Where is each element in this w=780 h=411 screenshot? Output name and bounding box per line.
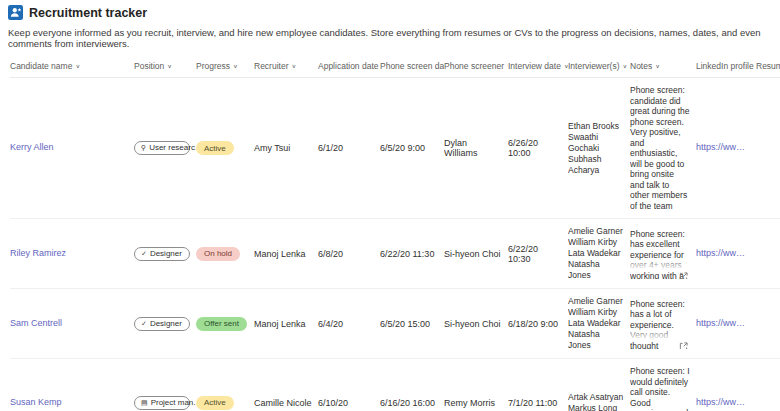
- column-header-label: Notes: [630, 61, 652, 71]
- table-row[interactable]: Kerry Allen ⚲ User researc... Active Amy…: [10, 78, 780, 219]
- progress-pill: On hold: [196, 247, 240, 261]
- phone-screen-date-cell: 6/5/20 15:00: [380, 319, 444, 329]
- recruiter-cell: Camille Nicole: [254, 398, 318, 408]
- notes-text: Phone screen: candidate did great during…: [630, 85, 690, 211]
- column-header-label: Position: [134, 61, 164, 71]
- candidate-link[interactable]: Kerry Allen: [10, 142, 54, 152]
- candidate-name-cell: Susan Kemp: [10, 397, 134, 409]
- phone-screener-cell: Remy Morris: [444, 398, 508, 408]
- interview-date-cell: 6/18/20 9:00: [508, 319, 568, 329]
- position-cell: ✓ Designer: [134, 247, 196, 261]
- clipboard-icon: ▤: [141, 399, 148, 406]
- linkedin-link[interactable]: https://www.linkedi...: [696, 397, 750, 407]
- recruiter-cell: Manoj Lenka: [254, 319, 318, 329]
- notes-fade: [630, 258, 690, 270]
- recruiter-cell: Manoj Lenka: [254, 249, 318, 259]
- chevron-down-icon: ∨: [622, 63, 627, 69]
- progress-cell: Offer sent: [196, 317, 254, 331]
- page-title: Recruitment tracker: [29, 6, 147, 20]
- progress-pill: Active: [196, 141, 234, 155]
- linkedin-link[interactable]: https://www.linkedi...: [696, 248, 750, 258]
- notes-text: Phone screen: I would definitely call on…: [630, 366, 690, 411]
- linkedin-link[interactable]: https://www.linkedi...: [696, 318, 750, 328]
- application-date-cell: 6/1/20: [318, 143, 380, 153]
- app-logo-icon: [8, 5, 23, 20]
- recruiter-cell: Amy Tsui: [254, 143, 318, 153]
- phone-screen-date-cell: 6/22/20 11:30: [380, 249, 444, 259]
- position-pill: ✓ Designer: [134, 247, 190, 261]
- recruitment-tracker-page: Recruitment tracker Keep everyone inform…: [0, 0, 780, 411]
- column-header-phone_screen_date[interactable]: Phone screen date ∨: [380, 61, 444, 71]
- candidate-name-cell: Riley Ramirez: [10, 248, 134, 260]
- column-header-resume[interactable]: Resume ∨: [756, 61, 780, 71]
- chevron-down-icon: ∨: [507, 63, 508, 69]
- interview-date-cell: 6/22/20 10:30: [508, 244, 568, 264]
- table-row[interactable]: Sam Centrell ✓ Designer Offer sent Manoj…: [10, 289, 780, 359]
- column-header-name[interactable]: Candidate name ∨: [10, 61, 134, 71]
- progress-cell: On hold: [196, 247, 254, 261]
- linkedin-cell: https://www.linkedi...: [696, 142, 756, 154]
- recruitment-table: Candidate name ∨ Position ∨ Progress ∨ R…: [0, 57, 780, 411]
- table-row[interactable]: Susan Kemp ▤ Project man... Active Camil…: [10, 359, 780, 411]
- interviewers-cell: Amelie GarnerWilliam KirbyLata WadekarNa…: [568, 296, 630, 351]
- chevron-down-icon: ∨: [564, 63, 568, 69]
- column-header-phone_screener[interactable]: Phone screener ∨: [444, 61, 508, 71]
- application-date-cell: 6/4/20: [318, 319, 380, 329]
- user-research-icon: ⚲: [141, 144, 146, 151]
- column-header-notes[interactable]: Notes ∨: [630, 61, 696, 71]
- notes-cell: Phone screen: candidate did great during…: [630, 85, 696, 211]
- position-pill-label: Project man...: [151, 398, 196, 407]
- position-pill: ⚲ User researc...: [134, 141, 190, 155]
- position-pill: ✓ Designer: [134, 317, 190, 331]
- linkedin-cell: https://www.linkedi...: [696, 318, 756, 330]
- position-cell: ⚲ User researc...: [134, 141, 196, 155]
- candidate-link[interactable]: Susan Kemp: [10, 397, 62, 407]
- phone-screen-date-cell: 6/5/20 9:00: [380, 143, 444, 153]
- column-header-linkedin[interactable]: LinkedIn profile ∨: [696, 61, 756, 71]
- interview-date-cell: 6/26/20 10:00: [508, 138, 568, 158]
- position-pill-label: Designer: [150, 249, 182, 258]
- progress-cell: Active: [196, 396, 254, 410]
- column-header-application_date[interactable]: Application date ∨: [318, 61, 380, 71]
- column-header-position[interactable]: Position ∨: [134, 61, 196, 71]
- notes-cell: Phone screen: has a lot of experience. V…: [630, 299, 696, 349]
- checkmark-icon: ✓: [141, 320, 147, 327]
- column-header-label: Recruiter: [254, 61, 288, 71]
- table-body: Kerry Allen ⚲ User researc... Active Amy…: [10, 78, 780, 411]
- position-pill: ▤ Project man...: [134, 396, 190, 410]
- column-header-label: Phone screen date: [380, 61, 444, 71]
- chevron-down-icon: ∨: [655, 63, 660, 69]
- progress-pill: Active: [196, 396, 234, 410]
- candidate-link[interactable]: Sam Centrell: [10, 318, 62, 328]
- candidate-name-cell: Sam Centrell: [10, 318, 134, 330]
- column-header-progress[interactable]: Progress ∨: [196, 61, 254, 71]
- notes-fade: [630, 328, 690, 340]
- application-date-cell: 6/8/20: [318, 249, 380, 259]
- table-row[interactable]: Riley Ramirez ✓ Designer On hold Manoj L…: [10, 219, 780, 289]
- linkedin-cell: https://www.linkedi...: [696, 397, 756, 409]
- position-pill-label: User researc...: [149, 143, 196, 152]
- interviewers-cell: Ethan BrooksSwaathi GochakiSubhash Achar…: [568, 121, 630, 176]
- phone-screener-cell: Dylan Williams: [444, 138, 508, 158]
- linkedin-link[interactable]: https://www.linkedi...: [696, 142, 750, 152]
- position-pill-label: Designer: [150, 319, 182, 328]
- notes-cell: Phone screen: I would definitely call on…: [630, 366, 696, 411]
- application-date-cell: 6/10/20: [318, 398, 380, 408]
- notes-cell: Phone screen: has excellent experience f…: [630, 229, 696, 279]
- expand-notes-icon[interactable]: [679, 272, 688, 279]
- column-header-label: Candidate name: [10, 61, 72, 71]
- expand-notes-icon[interactable]: [679, 342, 688, 349]
- checkmark-icon: ✓: [141, 250, 147, 257]
- progress-pill: Offer sent: [196, 317, 247, 331]
- column-header-label: LinkedIn profile: [696, 61, 754, 71]
- position-cell: ▤ Project man...: [134, 396, 196, 410]
- column-header-label: Application date: [318, 61, 379, 71]
- column-header-recruiter[interactable]: Recruiter ∨: [254, 61, 318, 71]
- chevron-down-icon: ∨: [291, 63, 296, 69]
- column-header-interviewers[interactable]: Interviewer(s) ∨: [568, 61, 630, 71]
- linkedin-cell: https://www.linkedi...: [696, 248, 756, 260]
- candidate-link[interactable]: Riley Ramirez: [10, 248, 66, 258]
- table-header-row: Candidate name ∨ Position ∨ Progress ∨ R…: [10, 57, 780, 78]
- column-header-label: Phone screener: [444, 61, 504, 71]
- column-header-interview_date[interactable]: Interview date ∨: [508, 61, 568, 71]
